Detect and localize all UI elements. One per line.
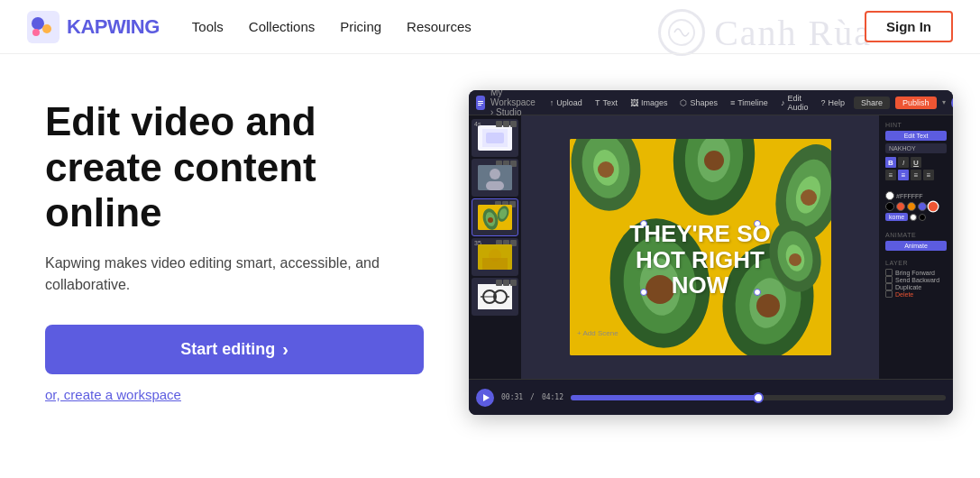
- filmstrip-thumb-3: [478, 205, 512, 230]
- editor-body: 4s: [469, 115, 953, 379]
- toolbar-shapes[interactable]: ⬡Shapes: [680, 98, 718, 107]
- color-red-selected[interactable]: [928, 201, 939, 213]
- canvas-overlay-text: THEY'RE SO HOT RIGHT NOW: [610, 221, 791, 299]
- cta-label: Start editing: [180, 340, 275, 359]
- filmstrip-item-4[interactable]: 35: [472, 238, 518, 276]
- toolbar-edit-audio[interactable]: ♪Edit Audio: [781, 94, 809, 112]
- nav-resources[interactable]: Resources: [407, 19, 472, 34]
- expand-icon: ▾: [942, 98, 946, 106]
- svg-point-1: [32, 17, 44, 30]
- edit-text-btn[interactable]: Edit Text: [885, 131, 947, 141]
- canvas-area: THEY'RE SO HOT RIGHT NOW + Add Scene: [521, 115, 879, 379]
- filmstrip-thumb-1: [478, 125, 512, 151]
- secondary-link[interactable]: or, create a workspace: [45, 387, 433, 402]
- toolbar-upload[interactable]: ↑Upload: [550, 98, 582, 107]
- color-blue[interactable]: [918, 202, 927, 211]
- toolbar-images[interactable]: 🖼Images: [630, 98, 668, 107]
- logo-text: KAPWING: [67, 15, 160, 39]
- main-content: Edit video and create content online Kap…: [0, 54, 980, 478]
- nav-tools[interactable]: Tools: [192, 19, 224, 34]
- svg-rect-6: [478, 101, 483, 102]
- editor-breadcrumb: My Workspace › Studio: [476, 90, 541, 117]
- filmstrip-item-2[interactable]: [472, 159, 518, 197]
- editor-preview: My Workspace › Studio ↑Upload TText 🖼Ima…: [469, 90, 953, 415]
- timeline-thumb[interactable]: [753, 392, 764, 403]
- filmstrip: 4s: [469, 115, 521, 379]
- font-bg-black[interactable]: [919, 214, 926, 221]
- svg-rect-10: [486, 133, 504, 143]
- color-orange[interactable]: [907, 202, 916, 211]
- svg-point-12: [490, 169, 500, 179]
- svg-rect-13: [486, 181, 504, 190]
- align-left-icon[interactable]: ≡: [885, 170, 896, 180]
- breadcrumb-text: My Workspace › Studio: [490, 90, 541, 117]
- logo[interactable]: KAPWING: [27, 11, 160, 43]
- svg-rect-22: [482, 258, 508, 270]
- toolbar-text[interactable]: TText: [595, 98, 618, 107]
- headline: Edit video and create content online: [45, 99, 433, 236]
- svg-point-2: [42, 24, 51, 33]
- svg-rect-8: [478, 105, 481, 106]
- add-scene-button[interactable]: + Add Scene: [577, 329, 618, 337]
- avocado-canvas: THEY'RE SO HOT RIGHT NOW: [570, 139, 831, 355]
- svg-point-36: [704, 151, 724, 170]
- align-right-icon[interactable]: ≡: [911, 170, 921, 180]
- main-nav: Tools Collections Pricing Resources: [192, 19, 472, 34]
- time-separator: /: [530, 393, 535, 401]
- svg-point-40: [801, 189, 817, 206]
- logo-icon: [27, 11, 60, 43]
- italic-icon[interactable]: I: [898, 157, 909, 168]
- send-backward-btn[interactable]: Send Backward: [885, 276, 947, 283]
- subheadline: Kapwing makes video editing smart, acces…: [45, 253, 433, 296]
- formatting-row: B I U: [885, 157, 947, 168]
- font-style-selected[interactable]: kome: [885, 213, 908, 221]
- filmstrip-item-5[interactable]: [472, 278, 518, 316]
- color-white[interactable]: [885, 191, 894, 200]
- align-center-icon[interactable]: ≡: [898, 170, 909, 180]
- color-red[interactable]: [896, 202, 905, 211]
- animation-section: Animate Animate: [883, 229, 949, 253]
- animate-button[interactable]: Animate: [885, 241, 947, 251]
- filmstrip-thumb-4: [478, 244, 512, 270]
- timeline-bar: 00:31 / 04:12: [469, 379, 953, 415]
- svg-rect-7: [478, 103, 483, 104]
- cta-arrow-icon: ›: [282, 339, 289, 360]
- header: KAPWING Tools Collections Pricing Resour…: [0, 0, 980, 54]
- editor-topbar-right: Share Publish ▾ N: [854, 96, 953, 110]
- underline-icon[interactable]: U: [911, 157, 921, 168]
- filmstrip-item-3[interactable]: [472, 198, 518, 236]
- toolbar-timeline[interactable]: ≡Timeline: [730, 98, 768, 107]
- justify-icon[interactable]: ≡: [923, 170, 934, 180]
- toolbar-help[interactable]: ?Help: [820, 98, 845, 107]
- time-total: 04:12: [542, 393, 563, 401]
- publish-button[interactable]: Publish: [895, 97, 937, 109]
- time-current: 00:31: [501, 393, 523, 401]
- play-button[interactable]: [476, 389, 494, 407]
- filmstrip-thumb-2: [478, 165, 512, 190]
- nav-collections[interactable]: Collections: [249, 19, 315, 34]
- svg-point-17: [488, 217, 493, 223]
- timeline-track[interactable]: [571, 395, 946, 400]
- bold-icon[interactable]: B: [885, 157, 896, 168]
- sign-in-button[interactable]: Sign In: [865, 11, 953, 42]
- delete-btn[interactable]: Delete: [895, 291, 913, 298]
- cta-button[interactable]: Start editing ›: [45, 325, 424, 374]
- filmstrip-thumb-5: [478, 284, 512, 309]
- color-hex: #FFFFFF: [896, 193, 923, 199]
- layer-section: LAYER Bring Forward Send Backward Duplic…: [883, 257, 949, 300]
- bring-forward-btn[interactable]: Bring Forward: [885, 269, 947, 276]
- share-button[interactable]: Share: [854, 97, 890, 109]
- edit-text-section: HINT Edit Text NAKHOY B I U ≡ ≡ ≡ ≡: [883, 119, 949, 185]
- user-avatar: N: [951, 96, 953, 110]
- duplicate-btn[interactable]: Duplicate: [885, 283, 947, 290]
- text-placeholder[interactable]: NAKHOY: [885, 143, 947, 153]
- play-triangle-icon: [483, 394, 490, 401]
- font-bg-white[interactable]: [910, 214, 917, 221]
- right-panel: HINT Edit Text NAKHOY B I U ≡ ≡ ≡ ≡: [879, 115, 953, 379]
- timeline-progress: [571, 395, 758, 400]
- nav-pricing[interactable]: Pricing: [340, 19, 381, 34]
- color-black[interactable]: [885, 202, 894, 211]
- svg-point-32: [598, 161, 614, 178]
- filmstrip-item-1[interactable]: 4s: [472, 119, 518, 157]
- svg-point-3: [32, 29, 40, 36]
